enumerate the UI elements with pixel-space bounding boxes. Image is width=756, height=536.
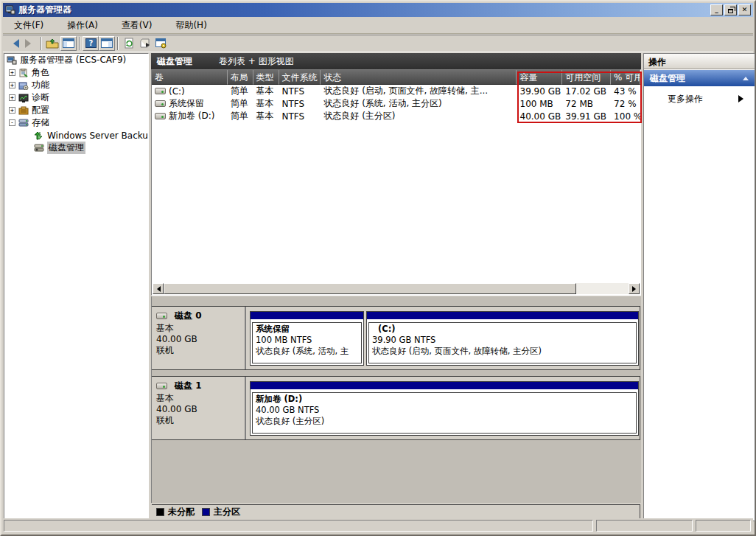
menu-action[interactable]: 操作(A) [60, 18, 105, 33]
volume-name: 系统保留 [169, 97, 204, 110]
volume-type: 基本 [253, 110, 279, 122]
more-actions-label: 更多操作 [668, 93, 703, 105]
column-header-filesystem[interactable]: 文件系统 [279, 70, 321, 85]
features-icon [18, 81, 29, 90]
tree-label: 服务器管理器 (ECS-CAF9) [20, 54, 126, 66]
window-gear-icon[interactable] [153, 36, 169, 51]
legend-label: 主分区 [214, 506, 240, 518]
actions-section-disk-management[interactable]: 磁盘管理 [644, 70, 755, 86]
legend-label: 未分配 [168, 506, 195, 518]
column-header-free-space[interactable]: 可用空间 [562, 70, 611, 85]
volume-pct-free: 72 % [611, 99, 640, 109]
disk-status: 联机 [156, 415, 240, 426]
column-header-layout[interactable]: 布局 [228, 70, 253, 85]
tree-item-configuration[interactable]: + 配置 [4, 104, 148, 116]
disk-1-label[interactable]: 磁盘 1 基本 40.00 GB 联机 [152, 377, 246, 439]
tree-label: 存储 [32, 116, 49, 129]
minimize-button[interactable]: _ [710, 4, 723, 15]
column-header-volume[interactable]: 卷 [152, 70, 228, 85]
scroll-right-icon[interactable] [629, 283, 640, 294]
scroll-left-icon[interactable] [153, 283, 164, 294]
back-icon[interactable] [6, 36, 22, 51]
restore-button[interactable] [724, 4, 737, 15]
tree-item-disk-management[interactable]: 磁盘管理 [4, 142, 148, 154]
refresh-icon[interactable] [121, 36, 137, 51]
export-list-icon[interactable] [137, 36, 153, 51]
toolbar-separator [79, 37, 80, 50]
scrollbar-thumb[interactable] [164, 283, 576, 294]
server-manager-icon [7, 56, 17, 65]
close-button[interactable]: ✕ [738, 4, 751, 15]
more-actions-item[interactable]: 更多操作 [644, 89, 755, 108]
partition-c[interactable]: (C:) 39.90 GB NTFS 状态良好 (启动, 页面文件, 故障转储,… [366, 311, 639, 366]
tree-item-windows-server-backup[interactable]: Windows Server Backup [4, 129, 148, 142]
volume-fs: NTFS [279, 111, 321, 122]
volume-pct-free: 43 % [611, 86, 640, 97]
tree-item-storage[interactable]: - 存储 [4, 116, 148, 129]
volume-status: 状态良好 (启动, 页面文件, 故障转储, 主... [321, 85, 517, 97]
partition-detail: 40.00 GB NTFS [256, 405, 633, 416]
partition-system-reserved[interactable]: 系统保留 100 MB NTFS 状态良好 (系统, 活动, 主 [250, 311, 364, 366]
tree-item-server-manager-root[interactable]: 服务器管理器 (ECS-CAF9) [4, 54, 148, 66]
volume-icon [155, 113, 166, 119]
tree-item-roles[interactable]: + 角色 [4, 66, 148, 79]
collapse-icon[interactable] [743, 74, 749, 80]
menu-help[interactable]: 帮助(H) [169, 18, 213, 33]
status-bar [3, 518, 753, 533]
menu-file[interactable]: 文件(F) [7, 18, 50, 33]
menu-view[interactable]: 查看(V) [115, 18, 159, 33]
volume-row-c[interactable]: (C:) 简单 基本 NTFS 状态良好 (启动, 页面文件, 故障转储, 主.… [152, 85, 640, 97]
disk-size: 40.00 GB [156, 404, 240, 415]
console-tree: 服务器管理器 (ECS-CAF9) + 角色 + 功能 + 诊断 + 配置 - … [4, 53, 149, 521]
volume-layout: 简单 [228, 110, 253, 122]
horizontal-scrollbar[interactable] [153, 283, 640, 294]
disk-status: 联机 [156, 345, 240, 356]
disk-name: 磁盘 1 [175, 380, 202, 391]
toolbar-separator [117, 37, 119, 50]
volume-name: 新加卷 (D:) [169, 110, 214, 122]
partition-new-volume-d[interactable]: 新加卷 (D:) 40.00 GB NTFS 状态良好 (主分区) [250, 381, 639, 436]
help-icon[interactable]: ? [83, 36, 99, 51]
folder-up-icon[interactable] [44, 36, 60, 51]
forward-icon[interactable] [22, 36, 38, 51]
volume-row-new-volume-d[interactable]: 新加卷 (D:) 简单 基本 NTFS 状态良好 (主分区) 40.00 GB … [152, 110, 640, 122]
volume-type: 基本 [253, 97, 279, 110]
title-bar: 服务器管理器 _ ✕ [3, 3, 753, 17]
expander-icon[interactable]: + [9, 94, 15, 101]
volume-type: 基本 [253, 85, 279, 97]
console-tree-icon[interactable] [60, 36, 77, 51]
windows-server-backup-icon [34, 131, 44, 140]
volume-row-system-reserved[interactable]: 系统保留 简单 基本 NTFS 状态良好 (系统, 活动, 主分区) 100 M… [152, 97, 640, 110]
toolbar-separator [41, 37, 42, 50]
panel-title: 磁盘管理 [151, 55, 200, 68]
tree-item-features[interactable]: + 功能 [4, 79, 148, 91]
column-header-type[interactable]: 类型 [253, 70, 279, 85]
actions-section-label: 磁盘管理 [650, 72, 685, 85]
column-header-capacity[interactable]: 容量 [517, 70, 562, 85]
expander-icon[interactable]: + [9, 69, 15, 76]
panel-view-label: 卷列表 + 图形视图 [200, 55, 294, 68]
actions-panel: 操作 磁盘管理 更多操作 [643, 53, 755, 521]
tree-item-diagnostics[interactable]: + 诊断 [4, 91, 148, 104]
volume-table-header: 卷 布局 类型 文件系统 状态 容量 可用空间 % 可用 [152, 70, 640, 85]
expander-icon[interactable]: + [9, 107, 15, 114]
volume-free: 17.02 GB [562, 86, 611, 97]
expander-icon[interactable]: - [9, 119, 15, 126]
tree-label-selected: 磁盘管理 [47, 142, 85, 154]
window-title: 服务器管理器 [18, 4, 71, 16]
storage-icon [18, 119, 29, 128]
actions-header: 操作 [644, 54, 755, 69]
disk-icon [156, 313, 167, 319]
volume-free: 72 MB [562, 99, 611, 109]
partition-color-band [367, 312, 638, 320]
status-cell [696, 520, 751, 532]
configuration-icon [18, 106, 29, 115]
disk-0-label[interactable]: 磁盘 0 基本 40.00 GB 联机 [152, 307, 246, 369]
expander-icon[interactable]: + [9, 82, 15, 88]
tree-label: Windows Server Backup [47, 130, 149, 141]
column-header-status[interactable]: 状态 [321, 70, 517, 85]
status-cell [596, 520, 693, 532]
column-header-pct-free[interactable]: % 可用 [611, 70, 640, 85]
graphical-view: 磁盘 0 基本 40.00 GB 联机 系统保留 100 MB NTFS 状态良… [151, 296, 641, 503]
action-pane-icon[interactable] [99, 36, 115, 51]
